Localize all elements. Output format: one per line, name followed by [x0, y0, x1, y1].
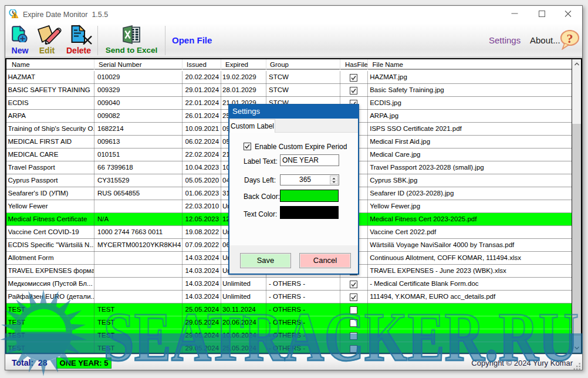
svg-text:?: ?: [567, 31, 573, 46]
